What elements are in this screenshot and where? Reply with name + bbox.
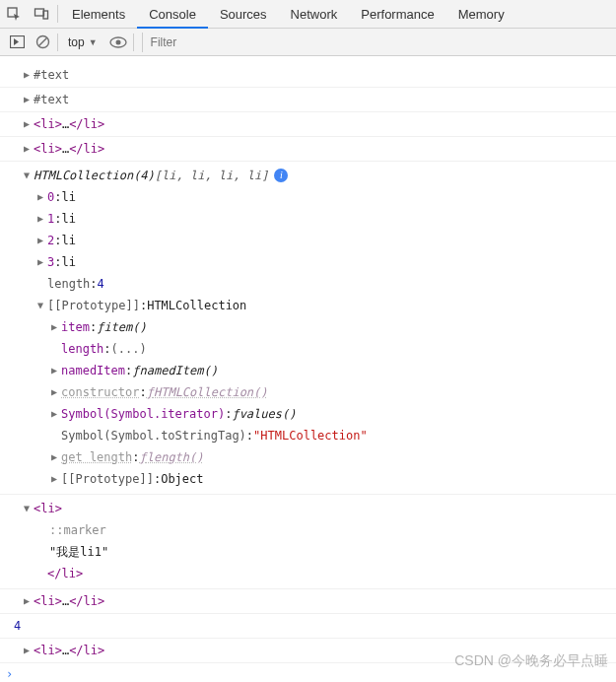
log-row[interactable]: ▶ #text <box>0 56 616 88</box>
chevron-down-icon: ▼ <box>89 37 98 47</box>
tree-item[interactable]: ▶3: li <box>0 251 616 273</box>
li-element: <li>…</li> <box>34 592 104 610</box>
expand-arrow-icon[interactable]: ▶ <box>22 91 32 108</box>
expand-arrow-icon[interactable]: ▶ <box>22 592 32 610</box>
divider <box>133 34 134 51</box>
li-element: <li>…</li> <box>34 642 104 659</box>
divider <box>57 5 58 23</box>
tab-memory[interactable]: Memory <box>446 0 516 29</box>
tree-item[interactable]: ▶0: li <box>0 186 616 208</box>
li-element: <li>…</li> <box>34 140 104 158</box>
log-row: ▼<li> ::marker "我是li1" </li> <box>0 495 616 589</box>
tree-item[interactable]: length: (...) <box>0 338 616 360</box>
console-prompt[interactable]: › <box>0 663 616 682</box>
device-toggle-icon[interactable] <box>28 0 55 28</box>
expand-arrow-icon[interactable]: ▶ <box>49 447 59 467</box>
expand-arrow-icon[interactable]: ▶ <box>22 642 32 659</box>
expand-arrow-icon[interactable]: ▶ <box>35 187 45 207</box>
tab-network[interactable]: Network <box>279 0 350 29</box>
context-label: top <box>68 35 85 49</box>
filter-wrap <box>142 33 616 52</box>
chevron-right-icon: › <box>6 667 13 681</box>
li-element: <li>…</li> <box>34 115 104 133</box>
tree-item[interactable]: ▶get length: ƒ length() <box>0 446 616 468</box>
log-row: ▼ HTMLCollection(4) [li, li, li, li] i ▶… <box>0 162 616 495</box>
tree-item[interactable]: ▶[[Prototype]]: Object <box>0 468 616 490</box>
collapse-arrow-icon[interactable]: ▼ <box>35 296 45 315</box>
devtools-tabbar: Elements Console Sources Network Perform… <box>0 0 616 29</box>
svg-rect-1 <box>35 9 44 16</box>
live-expression-icon[interactable] <box>105 30 131 55</box>
number-output: 4 <box>14 617 21 635</box>
log-row[interactable]: ▶ <li>…</li> <box>0 639 616 663</box>
text-node: #text <box>34 91 69 108</box>
tab-elements[interactable]: Elements <box>60 0 137 29</box>
li-close-tag[interactable]: </li> <box>0 563 616 584</box>
sidebar-toggle-icon[interactable] <box>4 30 30 55</box>
li-open-tag[interactable]: ▼<li> <box>0 498 616 519</box>
expand-arrow-icon[interactable]: ▶ <box>35 231 45 250</box>
inspect-icon[interactable] <box>0 0 28 28</box>
expand-arrow-icon[interactable]: ▶ <box>35 209 45 229</box>
marker-pseudo[interactable]: ::marker <box>0 519 616 541</box>
context-selector[interactable]: top ▼ <box>60 35 105 49</box>
tab-console[interactable]: Console <box>137 0 208 29</box>
collection-preview: [li, li, li, li] <box>155 166 269 185</box>
tree-item[interactable]: ▶namedItem: ƒ namedItem() <box>0 360 616 381</box>
info-icon[interactable]: i <box>274 169 288 182</box>
divider <box>57 34 58 51</box>
filter-input[interactable] <box>143 33 616 52</box>
expand-arrow-icon[interactable]: ▶ <box>49 361 59 380</box>
collection-type: HTMLCollection(4) <box>34 166 155 185</box>
expand-arrow-icon[interactable]: ▶ <box>22 115 32 133</box>
log-row[interactable]: ▶ #text <box>0 88 616 112</box>
console-toolbar: top ▼ <box>0 29 616 56</box>
expand-arrow-icon[interactable]: ▶ <box>22 66 32 84</box>
tree-item[interactable]: ▶Symbol(Symbol.iterator): ƒ values() <box>0 403 616 425</box>
expand-arrow-icon[interactable]: ▶ <box>35 252 45 272</box>
expand-arrow-icon[interactable]: ▶ <box>22 140 32 158</box>
expand-arrow-icon[interactable]: ▶ <box>49 382 59 402</box>
tree-item[interactable]: Symbol(Symbol.toStringTag): "HTMLCollect… <box>0 425 616 446</box>
expand-arrow-icon[interactable]: ▶ <box>49 404 59 424</box>
log-row[interactable]: ▶ <li>…</li> <box>0 137 616 162</box>
tab-sources[interactable]: Sources <box>208 0 279 29</box>
expand-arrow-icon[interactable]: ▶ <box>49 317 59 337</box>
tree-item[interactable]: ▶item: ƒ item() <box>0 316 616 338</box>
text-content[interactable]: "我是li1" <box>0 541 616 563</box>
collapse-arrow-icon[interactable]: ▼ <box>22 166 32 185</box>
tree-item[interactable]: ▶2: li <box>0 230 616 251</box>
expand-arrow-icon[interactable]: ▶ <box>49 469 59 489</box>
collapse-arrow-icon[interactable]: ▼ <box>22 499 32 518</box>
tab-performance[interactable]: Performance <box>349 0 445 29</box>
log-row[interactable]: ▶ <li>…</li> <box>0 589 616 614</box>
text-node: #text <box>34 66 69 84</box>
tree-item[interactable]: length: 4 <box>0 273 616 295</box>
svg-point-7 <box>115 39 120 44</box>
tree-item[interactable]: ▶constructor: ƒ HTMLCollection() <box>0 381 616 403</box>
clear-console-icon[interactable] <box>30 30 55 55</box>
log-row[interactable]: 4 <box>0 614 616 639</box>
tree-item[interactable]: ▼[[Prototype]]: HTMLCollection <box>0 295 616 316</box>
collection-header[interactable]: ▼ HTMLCollection(4) [li, li, li, li] i <box>0 165 616 186</box>
console-body: ▶ #text ▶ #text ▶ <li>…</li> ▶ <li>…</li… <box>0 56 616 682</box>
svg-line-5 <box>38 38 46 46</box>
log-row[interactable]: ▶ <li>…</li> <box>0 112 616 137</box>
tree-item[interactable]: ▶1: li <box>0 208 616 230</box>
